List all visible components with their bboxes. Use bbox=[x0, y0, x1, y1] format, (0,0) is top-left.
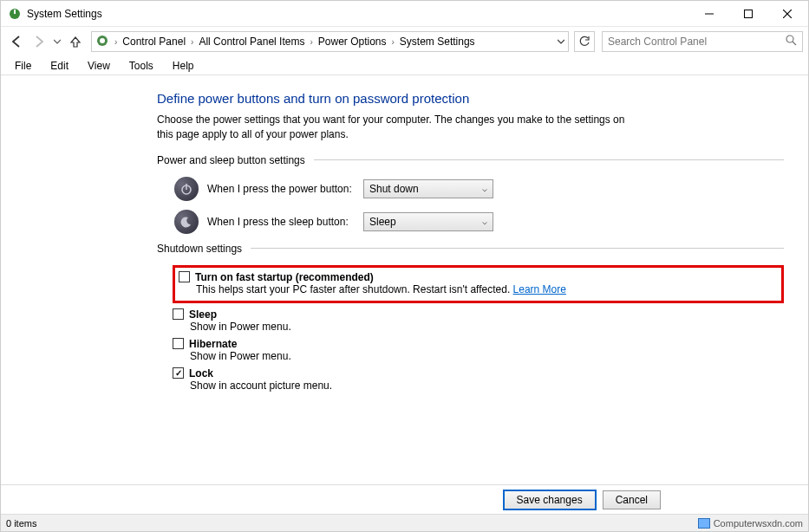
breadcrumb-item[interactable]: All Control Panel Items bbox=[199, 36, 304, 48]
content-area: Define power buttons and turn on passwor… bbox=[1, 75, 808, 488]
checkbox-sleep[interactable] bbox=[173, 308, 184, 320]
window-title: System Settings bbox=[27, 8, 102, 20]
shutdown-item-title: Lock bbox=[189, 367, 213, 380]
titlebar: System Settings bbox=[1, 1, 808, 27]
shutdown-item-hibernate: Hibernate Show in Power menu. bbox=[173, 338, 784, 362]
footer: Save changes Cancel bbox=[1, 484, 808, 514]
menu-tools[interactable]: Tools bbox=[121, 58, 162, 74]
close-button[interactable] bbox=[767, 1, 806, 26]
checkbox-hibernate[interactable] bbox=[173, 338, 184, 349]
shutdown-item-desc: Show in account picture menu. bbox=[190, 380, 784, 392]
breadcrumb[interactable]: › Control Panel › All Control Panel Item… bbox=[91, 31, 569, 52]
section-header-label: Power and sleep button settings bbox=[157, 154, 305, 166]
section-power-sleep: Power and sleep button settings bbox=[157, 154, 784, 166]
chevron-right-icon: › bbox=[189, 37, 195, 47]
recent-dropdown-icon[interactable] bbox=[51, 31, 63, 52]
power-button-label: When I press the power button: bbox=[207, 183, 363, 195]
chevron-right-icon: › bbox=[390, 37, 396, 47]
chevron-right-icon: › bbox=[113, 37, 119, 47]
svg-rect-1 bbox=[14, 10, 16, 14]
status-right: Computerwsxdn.com bbox=[698, 518, 803, 529]
svg-point-8 bbox=[786, 36, 793, 42]
learn-more-link[interactable]: Learn More bbox=[513, 283, 566, 295]
up-button[interactable] bbox=[65, 31, 86, 52]
shutdown-item-desc: This helps start your PC faster after sh… bbox=[196, 283, 510, 295]
svg-point-7 bbox=[100, 38, 105, 43]
back-button[interactable] bbox=[6, 31, 27, 52]
divider bbox=[251, 248, 784, 249]
breadcrumb-item[interactable]: Power Options bbox=[318, 36, 387, 48]
menu-edit[interactable]: Edit bbox=[42, 58, 77, 74]
menu-help[interactable]: Help bbox=[164, 58, 203, 74]
svg-line-9 bbox=[793, 42, 796, 45]
minimize-button[interactable] bbox=[689, 1, 728, 26]
shutdown-item-title: Sleep bbox=[189, 308, 217, 321]
sleep-button-select[interactable]: Sleep ⌵ bbox=[363, 212, 493, 231]
search-icon bbox=[786, 35, 797, 49]
save-changes-button[interactable]: Save changes bbox=[504, 490, 596, 509]
highlight-annotation: Turn on fast startup (recommended) This … bbox=[173, 265, 784, 303]
divider bbox=[314, 159, 784, 160]
breadcrumb-item[interactable]: System Settings bbox=[400, 36, 475, 48]
shutdown-item-lock: ✓ Lock Show in account picture menu. bbox=[173, 367, 784, 392]
navbar: › Control Panel › All Control Panel Item… bbox=[1, 27, 808, 56]
shutdown-item-desc: Show in Power menu. bbox=[190, 350, 784, 362]
shutdown-item-sleep: Sleep Show in Power menu. bbox=[173, 308, 784, 333]
checkbox-lock[interactable]: ✓ bbox=[173, 367, 184, 379]
shutdown-item-title: Turn on fast startup (recommended) bbox=[195, 271, 374, 283]
shutdown-item-fast-startup: Turn on fast startup (recommended) This … bbox=[179, 271, 776, 295]
shutdown-item-title: Hibernate bbox=[189, 338, 237, 350]
sleep-icon bbox=[174, 210, 199, 234]
power-button-row: When I press the power button: Shut down… bbox=[174, 177, 784, 201]
power-icon bbox=[174, 177, 199, 201]
sleep-button-label: When I press the sleep button: bbox=[207, 216, 363, 228]
page-description: Choose the power settings that you want … bbox=[157, 113, 643, 142]
breadcrumb-dropdown-icon[interactable] bbox=[558, 36, 564, 48]
svg-rect-3 bbox=[744, 10, 752, 17]
checkbox-fast-startup[interactable] bbox=[179, 271, 190, 282]
app-icon bbox=[8, 7, 22, 21]
power-button-select[interactable]: Shut down ⌵ bbox=[363, 179, 493, 198]
breadcrumb-item[interactable]: Control Panel bbox=[122, 36, 186, 48]
status-watermark: Computerwsxdn.com bbox=[714, 518, 803, 529]
cancel-button[interactable]: Cancel bbox=[603, 490, 661, 509]
section-header-label: Shutdown settings bbox=[157, 243, 242, 255]
forward-button[interactable] bbox=[29, 31, 49, 52]
shutdown-settings-list: Turn on fast startup (recommended) This … bbox=[173, 265, 784, 392]
sleep-button-row: When I press the sleep button: Sleep ⌵ bbox=[174, 210, 784, 234]
status-item-count: 0 items bbox=[6, 518, 36, 529]
chevron-right-icon: › bbox=[308, 37, 314, 47]
monitor-icon bbox=[698, 518, 710, 529]
maximize-button[interactable] bbox=[728, 1, 767, 26]
chevron-down-icon: ⌵ bbox=[482, 184, 487, 193]
power-button-value: Shut down bbox=[369, 183, 419, 195]
search-placeholder: Search Control Panel bbox=[608, 36, 707, 48]
menubar: File Edit View Tools Help bbox=[1, 56, 808, 75]
menu-view[interactable]: View bbox=[79, 58, 119, 74]
chevron-down-icon: ⌵ bbox=[482, 217, 487, 226]
control-panel-icon bbox=[95, 34, 109, 50]
refresh-button[interactable] bbox=[574, 31, 595, 52]
page-title: Define power buttons and turn on passwor… bbox=[157, 91, 784, 106]
sleep-button-value: Sleep bbox=[369, 216, 396, 228]
statusbar: 0 items Computerwsxdn.com bbox=[1, 514, 808, 531]
shutdown-item-desc: Show in Power menu. bbox=[190, 321, 784, 333]
section-shutdown: Shutdown settings bbox=[157, 243, 784, 255]
search-input[interactable]: Search Control Panel bbox=[602, 31, 803, 52]
menu-file[interactable]: File bbox=[6, 58, 40, 74]
